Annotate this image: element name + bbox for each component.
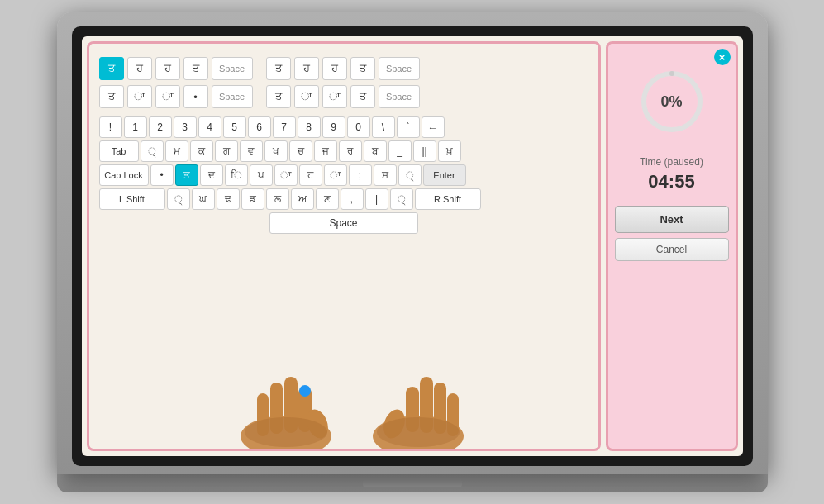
- kb-row-numbers: ! 1 2 3 4 5 6 7 8 9 0 \ `: [99, 116, 588, 138]
- key-cha[interactable]: ਚ: [289, 140, 312, 162]
- svg-point-14: [377, 417, 460, 447]
- key-7[interactable]: 7: [273, 116, 296, 138]
- key-9[interactable]: 9: [322, 116, 345, 138]
- typing-cell: ਤ: [99, 85, 124, 108]
- key-ddha[interactable]: ਢ: [217, 188, 240, 210]
- key-2[interactable]: 2: [149, 116, 172, 138]
- key-tab[interactable]: Tab: [99, 140, 139, 162]
- key-va[interactable]: ਵ: [240, 140, 263, 162]
- svg-point-6: [299, 385, 311, 397]
- key-3[interactable]: 3: [174, 116, 197, 138]
- typing-cell: ਤ: [350, 85, 375, 108]
- key-nna[interactable]: ਣ: [316, 188, 339, 210]
- typing-cell: ਾ: [155, 85, 180, 108]
- key-i-matra[interactable]: ਿ: [225, 164, 248, 186]
- typing-cell: ਤ: [350, 57, 375, 80]
- typing-cell-space: Space: [212, 57, 253, 80]
- key-virama[interactable]: ੍: [141, 140, 164, 162]
- key-lshift[interactable]: L Shift: [99, 188, 165, 210]
- kb-row-shift: L Shift ੍ ਘ ਢ ਡ ਲ ਅ ਣ , | ੍ R Shift: [99, 188, 588, 210]
- time-value: 04:55: [648, 171, 694, 193]
- key-virama2[interactable]: ੍: [398, 164, 422, 186]
- touchpad[interactable]: [363, 479, 462, 487]
- key-kha[interactable]: ਖ: [264, 140, 288, 162]
- progress-circle: 0%: [639, 69, 705, 135]
- key-ga[interactable]: ਗ: [215, 140, 238, 162]
- key-doublebar[interactable]: ||: [413, 140, 436, 162]
- typing-cell-space: Space: [379, 85, 420, 108]
- key-enter[interactable]: Enter: [423, 164, 466, 186]
- key-semicolon[interactable]: ;: [349, 164, 372, 186]
- progress-text: 0%: [660, 93, 682, 111]
- next-button[interactable]: Next: [615, 206, 729, 233]
- key-pipe[interactable]: |: [365, 188, 388, 210]
- key-ma[interactable]: ਮ: [165, 140, 188, 162]
- typing-cell: ਹ: [155, 57, 180, 80]
- typing-cell-space: Space: [212, 85, 253, 108]
- typing-cell: ਹ: [322, 57, 347, 80]
- key-virama4[interactable]: ੍: [390, 188, 413, 210]
- key-space[interactable]: Space: [269, 212, 418, 234]
- typing-cell: ਹ: [294, 57, 319, 80]
- kb-row-tab: Tab ੍ ਮ ਕ ਗ ਵ ਖ ਚ ਜ ਰ ਬ _ ||: [99, 140, 588, 162]
- key-pa[interactable]: ਪ: [250, 164, 273, 186]
- key-ba[interactable]: ਬ: [364, 140, 387, 162]
- typing-display: ਤ ਹ ਹ ਤ Space ਤ ਹ ਹ ਤ Space: [99, 57, 588, 108]
- key-ra[interactable]: ਰ: [339, 140, 362, 162]
- key-backslash[interactable]: \: [372, 116, 395, 138]
- typing-cell: ਤ: [266, 85, 291, 108]
- key-dda[interactable]: ਡ: [241, 188, 264, 210]
- keyboard: ! 1 2 3 4 5 6 7 8 9 0 \ `: [99, 116, 588, 358]
- svg-point-7: [245, 417, 327, 447]
- key-rshift[interactable]: R Shift: [415, 188, 481, 210]
- key-backspace[interactable]: ←: [422, 116, 445, 138]
- key-8[interactable]: 8: [298, 116, 321, 138]
- key-5[interactable]: 5: [223, 116, 246, 138]
- hands-svg: [195, 358, 493, 449]
- key-underscore[interactable]: _: [388, 140, 412, 162]
- key-a[interactable]: ਅ: [291, 188, 314, 210]
- key-ta-active[interactable]: ਤ: [175, 164, 198, 186]
- key-virama3[interactable]: ੍: [167, 188, 190, 210]
- key-gha[interactable]: ਘ: [192, 188, 215, 210]
- key-khha[interactable]: ਖ਼: [438, 140, 461, 162]
- laptop-base: [57, 474, 768, 492]
- typing-cell: •: [183, 85, 208, 108]
- key-ha[interactable]: ਹ: [299, 164, 322, 186]
- keyboard-area: ਤ ਹ ਹ ਤ Space ਤ ਹ ਹ ਤ Space: [87, 41, 601, 451]
- time-label: Time (paused): [640, 156, 703, 168]
- key-6[interactable]: 6: [248, 116, 271, 138]
- typing-cell: ਹ: [127, 57, 152, 80]
- key-aa-matra2[interactable]: ਾ: [324, 164, 347, 186]
- typing-cell: ਾ: [127, 85, 152, 108]
- left-hand: [241, 377, 331, 449]
- right-panel: × 0% Time (paused) 04:55 Next Cancel: [606, 41, 738, 451]
- hands-area: [99, 358, 588, 449]
- key-ja[interactable]: ਜ: [314, 140, 337, 162]
- key-0[interactable]: 0: [347, 116, 370, 138]
- key-exclaim[interactable]: !: [99, 116, 122, 138]
- typing-cell-space: Space: [379, 57, 420, 80]
- kb-row-caps: Cap Lock • ਤ ਦ ਿ ਪ ਾ ਹ ਾ ; ਸ ੍ E: [99, 164, 588, 186]
- key-da[interactable]: ਦ: [200, 164, 223, 186]
- key-1[interactable]: 1: [124, 116, 147, 138]
- typing-cell-active: ਤ: [99, 57, 124, 80]
- typing-cell: ਤ: [183, 57, 208, 80]
- typing-cell: ਤ: [266, 57, 291, 80]
- key-4[interactable]: 4: [198, 116, 221, 138]
- key-capslock[interactable]: Cap Lock: [99, 164, 149, 186]
- typing-cell: ਾ: [294, 85, 319, 108]
- typing-row-2: ਤ ਾ ਾ • Space ਤ ਾ ਾ ਤ Space: [99, 85, 588, 108]
- key-comma[interactable]: ,: [341, 188, 364, 210]
- key-la[interactable]: ਲ: [266, 188, 289, 210]
- key-aa-matra[interactable]: ਾ: [274, 164, 298, 186]
- right-hand: [373, 377, 464, 449]
- typing-row-1: ਤ ਹ ਹ ਤ Space ਤ ਹ ਹ ਤ Space: [99, 57, 588, 80]
- close-button[interactable]: ×: [714, 49, 731, 65]
- key-sa[interactable]: ਸ: [374, 164, 397, 186]
- key-backtick[interactable]: `: [397, 116, 420, 138]
- key-ka[interactable]: ਕ: [190, 140, 213, 162]
- typing-cell: ਾ: [322, 85, 347, 108]
- cancel-button[interactable]: Cancel: [615, 238, 729, 261]
- key-dot[interactable]: •: [150, 164, 174, 186]
